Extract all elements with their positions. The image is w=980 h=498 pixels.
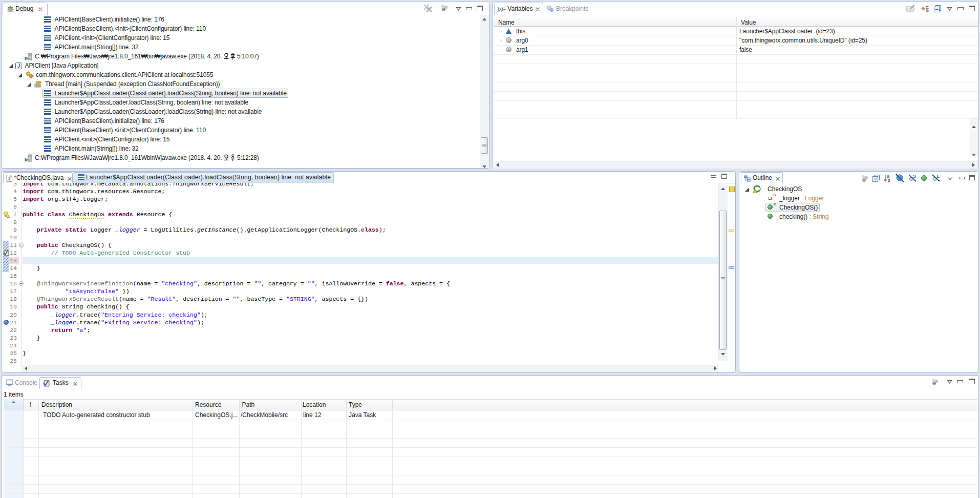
svg-text:S: S <box>913 174 916 179</box>
svg-text:L: L <box>937 174 940 179</box>
svg-text:z: z <box>888 178 890 183</box>
svg-text:J: J <box>8 176 10 181</box>
